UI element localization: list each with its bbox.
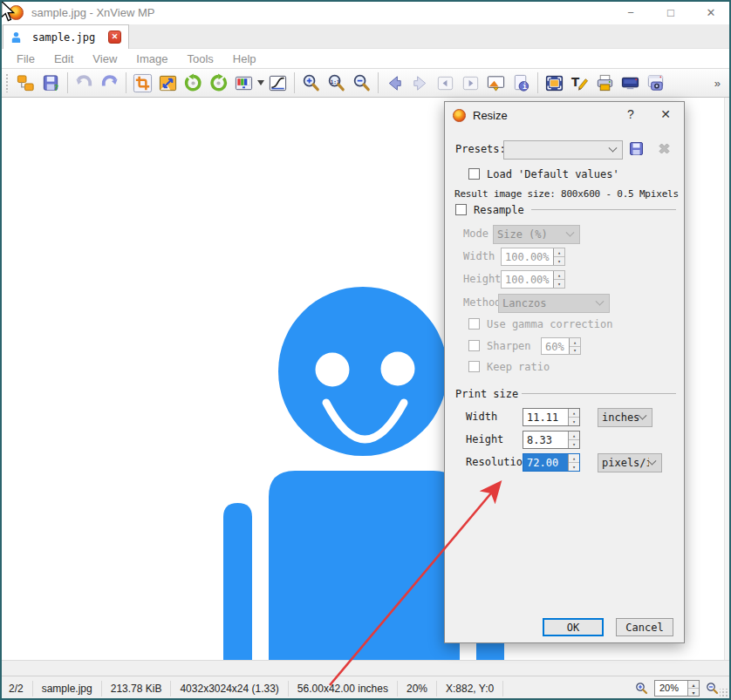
print-width-value: 11.11 bbox=[523, 409, 568, 425]
chevron-down-icon bbox=[609, 143, 618, 152]
menu-tools[interactable]: Tools bbox=[177, 52, 222, 65]
spin-down-icon[interactable]: ▾ bbox=[569, 418, 579, 425]
status-index: 2/2 bbox=[0, 681, 33, 697]
bottom-strip bbox=[0, 660, 731, 676]
xnview-window: sample.jpg - XnView MP − □ ✕ sample.jpg … bbox=[0, 0, 731, 700]
toolbar-separator bbox=[67, 72, 68, 93]
spin-up-icon[interactable]: ▴ bbox=[569, 454, 579, 463]
curves-icon[interactable] bbox=[265, 71, 290, 95]
redo-icon[interactable] bbox=[97, 71, 122, 95]
delete-preset-icon[interactable] bbox=[657, 141, 672, 156]
status-bar: 2/2 sample.jpg 213.78 KiB 4032x3024x24 (… bbox=[0, 676, 731, 700]
resample-width-label: Width bbox=[463, 250, 495, 262]
print-width-unit-combobox[interactable]: inches bbox=[598, 408, 652, 427]
zoom-in-icon[interactable] bbox=[298, 71, 324, 95]
resample-checkbox[interactable] bbox=[455, 204, 467, 215]
spin-up-icon[interactable]: ▴ bbox=[569, 409, 579, 418]
spin-down-icon[interactable]: ▾ bbox=[569, 440, 579, 448]
text-icon[interactable]: T bbox=[567, 71, 592, 95]
tab-sample-jpg[interactable]: sample.jpg ✕ bbox=[3, 24, 129, 49]
menu-image[interactable]: Image bbox=[126, 52, 177, 65]
zoom-spin-up-icon[interactable]: ▴ bbox=[688, 681, 699, 689]
ok-button[interactable]: OK bbox=[543, 618, 604, 636]
method-value: Lanczos bbox=[502, 297, 597, 309]
save-icon[interactable]: ? bbox=[38, 71, 64, 95]
print-height-value: 8.33 bbox=[523, 432, 568, 448]
menu-file[interactable]: File bbox=[7, 52, 44, 65]
dialog-title-bar[interactable]: Resize bbox=[445, 102, 684, 128]
menu-edit[interactable]: Edit bbox=[44, 52, 83, 65]
minimize-button[interactable]: − bbox=[611, 0, 651, 24]
gamma-checkbox bbox=[468, 318, 480, 330]
resolution-unit-combobox[interactable]: pixels/inch bbox=[598, 453, 662, 472]
first-image-icon[interactable] bbox=[433, 71, 458, 95]
spin-down-icon: ▾ bbox=[570, 347, 580, 355]
compare-icon[interactable] bbox=[618, 71, 643, 95]
toolbar-drag-handle[interactable] bbox=[5, 73, 9, 92]
sharpen-spinner: 60% ▴▾ bbox=[541, 337, 581, 355]
zoom-1-1-icon[interactable]: 1:1 bbox=[324, 71, 349, 95]
last-image-icon[interactable] bbox=[458, 71, 483, 95]
browse-icon[interactable] bbox=[13, 71, 38, 95]
maximize-button[interactable]: □ bbox=[651, 0, 691, 24]
save-preset-icon[interactable] bbox=[629, 141, 644, 156]
tab-bar: sample.jpg ✕ bbox=[0, 24, 731, 49]
status-zoom: 20% bbox=[398, 681, 437, 697]
previous-icon[interactable] bbox=[382, 71, 407, 95]
dialog-title: Resize bbox=[473, 109, 508, 122]
undo-icon[interactable] bbox=[72, 71, 97, 95]
colors-dropdown-icon[interactable] bbox=[256, 71, 265, 95]
xnview-logo-icon bbox=[453, 109, 466, 122]
method-combobox: Lanczos bbox=[498, 294, 610, 313]
info-icon[interactable]: i bbox=[509, 71, 534, 95]
resolution-label: Resolution bbox=[466, 456, 529, 468]
resize-icon[interactable] bbox=[155, 71, 181, 95]
resolution-spinner[interactable]: 72.00 ▴▾ bbox=[523, 453, 580, 472]
window-resize-grip[interactable] bbox=[720, 689, 728, 697]
capture-icon[interactable] bbox=[643, 71, 668, 95]
resize-dialog: Resize ? ✕ Presets: Load 'Default values… bbox=[444, 101, 685, 643]
menu-view[interactable]: View bbox=[83, 52, 126, 65]
chevron-down-icon bbox=[648, 456, 657, 465]
keep-ratio-label: Keep ratio bbox=[487, 361, 550, 373]
status-coordinates: X:882, Y:0 bbox=[437, 681, 503, 697]
dialog-help-button[interactable]: ? bbox=[623, 107, 639, 121]
print-height-spinner[interactable]: 8.33 ▴▾ bbox=[523, 431, 580, 449]
resample-height-label: Height bbox=[463, 273, 501, 285]
status-zoom-out-icon[interactable] bbox=[706, 682, 719, 695]
toolbar-overflow-button[interactable]: » bbox=[714, 77, 726, 90]
next-icon[interactable] bbox=[407, 71, 433, 95]
cancel-button[interactable]: Cancel bbox=[616, 618, 673, 636]
presets-combobox[interactable] bbox=[503, 140, 623, 160]
status-zoom-value: 20% bbox=[655, 681, 687, 696]
rotate-left-icon[interactable] bbox=[181, 71, 206, 95]
dialog-close-button[interactable]: ✕ bbox=[658, 107, 673, 121]
chevron-down-icon bbox=[639, 411, 647, 419]
print-width-spinner[interactable]: 11.11 ▴▾ bbox=[523, 408, 580, 426]
resample-width-spinner: 100.00% ▴▾ bbox=[501, 248, 565, 266]
method-label: Method bbox=[463, 296, 501, 309]
print-height-label: Height bbox=[466, 433, 503, 445]
status-zoom-spinner[interactable]: 20% ▴ ▾ bbox=[654, 680, 700, 697]
load-defaults-checkbox[interactable] bbox=[468, 168, 480, 180]
spin-down-icon[interactable]: ▾ bbox=[569, 463, 579, 471]
spin-up-icon[interactable]: ▴ bbox=[569, 432, 579, 440]
toolbar: ? bbox=[0, 68, 731, 98]
slideshow-icon[interactable] bbox=[483, 71, 509, 95]
menu-help[interactable]: Help bbox=[223, 52, 266, 65]
keep-ratio-checkbox bbox=[468, 361, 480, 372]
print-icon[interactable] bbox=[592, 71, 618, 95]
fullscreen-icon[interactable] bbox=[542, 71, 567, 95]
xnview-logo-icon bbox=[9, 5, 24, 20]
zoom-spin-down-icon[interactable]: ▾ bbox=[688, 689, 699, 696]
status-zoom-in-icon[interactable] bbox=[635, 682, 648, 695]
vertical-scrollbar[interactable] bbox=[724, 98, 731, 660]
zoom-out-icon[interactable] bbox=[349, 71, 374, 95]
sharpen-value: 60% bbox=[542, 338, 569, 354]
tab-close-icon[interactable]: ✕ bbox=[108, 31, 121, 44]
presets-label: Presets: bbox=[455, 143, 506, 155]
crop-icon[interactable] bbox=[130, 71, 155, 95]
rotate-right-icon[interactable] bbox=[206, 71, 231, 95]
colors-icon[interactable] bbox=[231, 71, 256, 95]
close-button[interactable]: ✕ bbox=[691, 0, 731, 24]
